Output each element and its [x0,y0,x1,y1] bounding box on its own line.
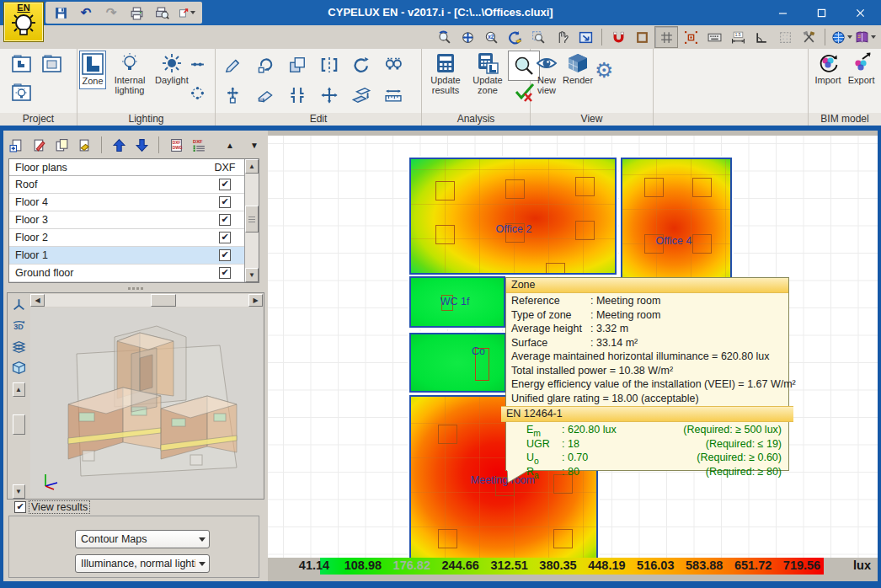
scroll-down-icon[interactable]: ▼ [245,268,259,282]
scroll-down-icon[interactable]: ▼ [13,484,25,499]
bim-export-button[interactable]: Export [846,51,877,88]
dxf-checkbox[interactable] [219,196,231,208]
measure-icon[interactable] [384,86,403,107]
edit-pencil-icon[interactable] [224,56,243,77]
luminaire[interactable] [692,178,712,197]
reference-circle-icon[interactable] [190,86,205,103]
floor-list-scrollbar[interactable]: ▲ ▼ [244,159,259,282]
view-results-check-icon[interactable] [14,501,26,513]
rotate-3d-icon[interactable]: 3D [9,316,28,334]
eraser-icon[interactable] [256,86,275,107]
mirror-icon[interactable] [320,56,339,77]
layers-icon[interactable] [9,337,28,355]
room-office4[interactable] [621,158,732,280]
dxf-checkbox[interactable] [219,232,231,243]
dxf-dwg-templates-icon[interactable]: DXFDWG [167,136,185,154]
angle-icon[interactable] [750,27,772,47]
panel-splitter[interactable] [3,286,268,291]
luminaire[interactable] [553,529,573,548]
scroll-right-icon[interactable]: ▶ [248,294,263,307]
luminaire[interactable] [438,425,457,444]
export-document-icon[interactable] [179,4,195,21]
view-results-checkbox[interactable]: View results [12,501,92,513]
luminaire[interactable] [546,263,565,275]
grid-icon[interactable] [654,26,678,48]
zoom-x2-icon[interactable]: x2 [480,27,502,47]
zoom-extents-icon[interactable] [457,27,478,47]
luminaire[interactable] [505,179,525,199]
internal-lighting-button[interactable]: Internal lighting [106,51,153,97]
delete-floor-icon[interactable] [75,136,93,154]
luminaire[interactable] [575,221,595,240]
web-globe-icon[interactable] [830,27,852,47]
luminaire[interactable] [435,225,455,244]
project-lighting-icon[interactable] [11,82,33,106]
move-with-node-icon[interactable] [224,86,243,107]
model-3d-vscrollbar[interactable]: ▲ ▼ [13,382,25,499]
rotate-icon[interactable] [352,56,371,77]
move-down-icon[interactable] [132,136,151,154]
room-office2[interactable] [409,158,617,275]
dxf-checkbox[interactable] [219,249,231,261]
collapse-up-button[interactable]: ▲ [220,136,240,153]
copy-luminaires-icon[interactable] [384,56,403,77]
zoom-previous-icon[interactable] [433,27,455,47]
reference-line-icon[interactable] [190,57,205,74]
dxf-layers-icon[interactable]: DXF [190,136,208,154]
floor-row[interactable]: Floor 1 [9,247,244,265]
keyboard-icon[interactable] [703,27,725,47]
edit-floor-icon[interactable] [29,136,48,154]
room-corridor[interactable] [409,333,506,393]
luminaire[interactable] [644,178,664,197]
floor-row[interactable]: Floor 2 [9,229,244,247]
move-up-icon[interactable] [109,136,128,154]
collapse-down-button[interactable]: ▼ [244,136,264,153]
solid-view-icon[interactable] [9,358,28,377]
move-icon[interactable] [320,86,339,107]
scroll-thumb[interactable] [151,294,176,307]
scroll-up-icon[interactable]: ▲ [245,159,259,174]
ortho-icon[interactable] [631,27,653,47]
render-button[interactable]: Render [561,51,595,88]
model-3d-viewport[interactable] [30,307,263,498]
dxf-checkbox[interactable] [219,179,231,190]
redraw-icon[interactable] [504,27,526,47]
scroll-up-icon[interactable]: ▲ [13,382,25,397]
new-view-button[interactable]: New view [532,51,561,97]
copy-between-planes-icon[interactable] [352,86,371,107]
save-icon[interactable] [52,4,69,21]
print-preview-icon[interactable] [153,4,170,21]
drawing-canvas[interactable]: Office 2 Office 4 WC 1f Co Meeting room … [268,131,878,581]
floor-row[interactable]: Ground floor [9,265,244,282]
luminaire[interactable] [692,234,712,254]
help-book-icon[interactable] [854,27,876,47]
hatch-grid-icon[interactable] [774,27,796,47]
luminaire[interactable] [575,177,595,196]
scroll-left-icon[interactable]: ◀ [30,294,45,307]
map-type-dropdown[interactable]: Contour Maps [75,530,210,548]
scroll-thumb[interactable] [245,206,259,233]
match-properties-icon[interactable] [288,86,307,107]
open-project-icon[interactable] [41,53,63,78]
plan-grid[interactable]: Office 2 Office 4 WC 1f Co Meeting room … [268,136,878,558]
floor-row[interactable]: Floor 4 [9,194,244,211]
update-results-button[interactable]: Update results [424,51,467,97]
dxf-checkbox[interactable] [219,214,231,226]
zoom-window-icon[interactable] [527,27,549,47]
floor-row[interactable]: Roof [9,176,244,194]
print-icon[interactable] [128,4,145,21]
axes-icon[interactable] [9,295,28,313]
model-3d-hscrollbar[interactable]: ◀ ▶ [30,294,263,307]
floor-row[interactable]: Floor 3 [9,211,244,229]
pan-hand-icon[interactable] [551,27,573,47]
bim-import-button[interactable]: Import [814,51,843,88]
undo-icon[interactable]: ↶ [77,4,94,21]
snap-to-grid-icon[interactable] [680,27,702,47]
tools-icon[interactable] [798,27,820,47]
close-button[interactable] [841,0,879,25]
copy-icon[interactable] [288,56,307,77]
add-floor-icon[interactable] [7,136,25,154]
dimension-icon[interactable]: 1.5 [727,27,749,47]
scroll-thumb[interactable] [13,414,25,435]
minimize-button[interactable] [763,0,802,25]
